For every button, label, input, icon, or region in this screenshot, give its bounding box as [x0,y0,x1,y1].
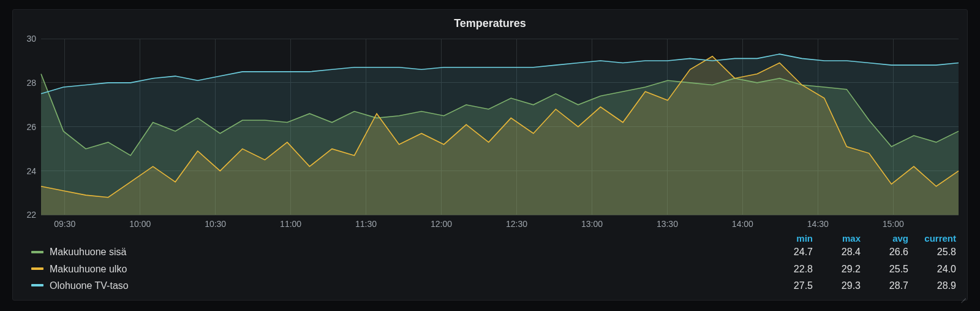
legend-current: 24.0 [908,261,956,277]
svg-text:10:30: 10:30 [205,219,226,229]
svg-text:09:30: 09:30 [54,219,75,229]
legend-max: 28.4 [813,244,861,260]
legend-avg: 25.5 [861,261,908,277]
legend-swatch [31,267,43,270]
legend-label: Makuuhuone ulko [50,261,765,277]
legend-max: 29.2 [813,261,861,277]
resize-handle-icon[interactable] [960,293,966,299]
legend: min max avg current Makuuhuone sisä24.72… [13,231,967,300]
legend-current: 25.8 [908,244,956,260]
panel-title: Temperatures [13,10,967,35]
svg-text:30: 30 [26,35,36,44]
legend-min: 22.8 [765,261,813,277]
legend-col-min: min [765,233,813,244]
legend-values: 27.529.328.728.9 [765,277,956,294]
y-axis: 2224262830 [26,35,36,220]
legend-avg: 26.6 [861,244,908,260]
chart-area[interactable]: 2224262830 09:3010:0010:3011:0011:3012:0… [13,35,967,231]
svg-text:11:30: 11:30 [355,219,377,229]
legend-min: 27.5 [765,277,813,294]
svg-text:11:00: 11:00 [280,219,301,229]
legend-header: min max avg current [31,233,956,244]
legend-row[interactable]: Makuuhuone ulko22.829.225.524.0 [31,261,956,277]
svg-text:13:00: 13:00 [581,219,603,229]
svg-text:10:00: 10:00 [129,219,151,229]
legend-values: 22.829.225.524.0 [765,261,956,277]
svg-text:14:00: 14:00 [732,219,753,229]
legend-label: Olohuone TV-taso [50,277,765,294]
legend-values: 24.728.426.625.8 [765,244,956,260]
svg-text:13:30: 13:30 [657,219,678,229]
legend-col-avg: avg [861,233,908,244]
svg-text:12:30: 12:30 [506,219,527,229]
legend-col-current: current [908,233,956,244]
legend-row[interactable]: Makuuhuone sisä24.728.426.625.8 [31,244,956,260]
x-axis: 09:3010:0010:3011:0011:3012:0012:3013:00… [54,219,904,229]
legend-min: 24.7 [765,244,813,260]
legend-swatch [31,251,43,253]
legend-row[interactable]: Olohuone TV-taso27.529.328.728.9 [31,277,956,294]
svg-text:15:00: 15:00 [883,219,904,229]
series-group [41,54,959,215]
svg-text:14:30: 14:30 [807,219,829,229]
temperature-panel: Temperatures 2224262830 09:3010:0010:301… [12,9,968,301]
svg-text:22: 22 [26,210,36,220]
svg-text:24: 24 [26,166,36,176]
svg-text:12:00: 12:00 [431,219,452,229]
legend-col-max: max [813,233,861,244]
line-chart: 2224262830 09:3010:0010:3011:0011:3012:0… [13,35,967,231]
legend-current: 28.9 [908,277,956,294]
svg-text:26: 26 [26,122,36,132]
legend-avg: 28.7 [861,277,908,294]
svg-text:28: 28 [26,78,36,88]
legend-label: Makuuhuone sisä [50,244,765,260]
legend-swatch [31,284,43,286]
legend-max: 29.3 [813,277,861,294]
